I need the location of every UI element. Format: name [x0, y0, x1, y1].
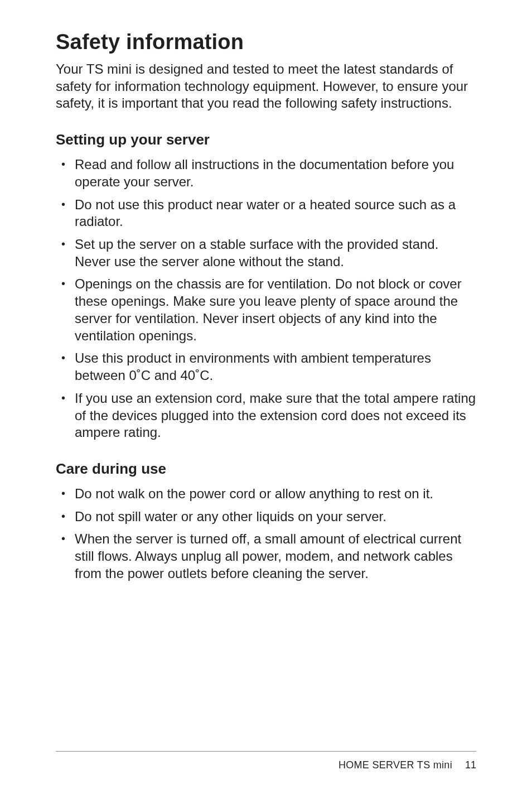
list-item: Set up the server on a stable surface wi…	[56, 236, 476, 270]
intro-paragraph: Your TS mini is designed and tested to m…	[56, 61, 476, 112]
section-heading-setup: Setting up your server	[56, 131, 476, 148]
list-item: If you use an extension cord, make sure …	[56, 390, 476, 441]
list-item: Do not spill water or any other liquids …	[56, 508, 476, 526]
list-item: Use this product in environments with am…	[56, 350, 476, 384]
footer-text: HOME SERVER TS mini 11	[56, 759, 476, 771]
list-item: Do not walk on the power cord or allow a…	[56, 485, 476, 503]
footer-page-number: 11	[465, 759, 476, 771]
footer-product: HOME SERVER TS mini	[338, 759, 452, 771]
list-item: Read and follow all instructions in the …	[56, 156, 476, 190]
bullet-list-setup: Read and follow all instructions in the …	[56, 156, 476, 441]
section-heading-care: Care during use	[56, 460, 476, 478]
list-item: When the server is turned off, a small a…	[56, 531, 476, 582]
page-footer: HOME SERVER TS mini 11	[56, 751, 476, 771]
list-item: Openings on the chassis are for ventilat…	[56, 276, 476, 344]
bullet-list-care: Do not walk on the power cord or allow a…	[56, 485, 476, 583]
list-item: Do not use this product near water or a …	[56, 196, 476, 230]
document-page: Safety information Your TS mini is desig…	[0, 0, 532, 799]
footer-divider	[56, 751, 476, 752]
page-title: Safety information	[56, 30, 476, 54]
